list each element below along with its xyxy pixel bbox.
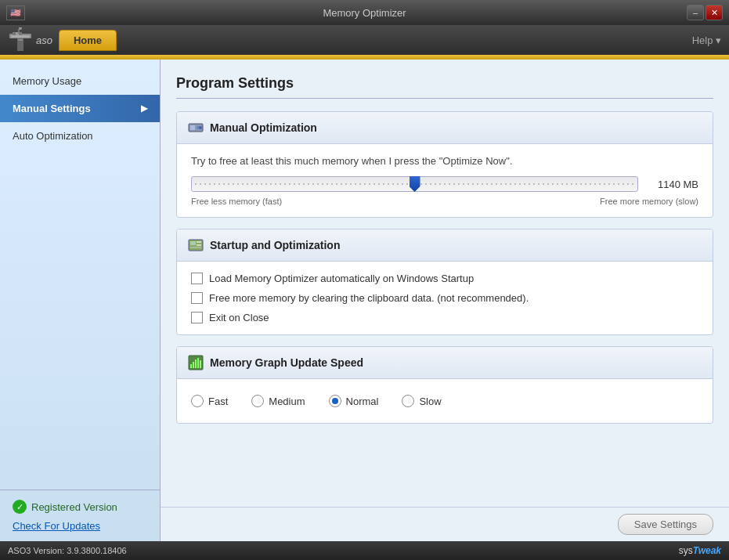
chevron-right-icon: ▶ <box>141 103 147 114</box>
app-title: Memory Optimizer <box>323 7 406 19</box>
svg-rect-14 <box>190 241 196 245</box>
home-tab[interactable]: Home <box>59 30 117 51</box>
radio-normal-button[interactable] <box>329 395 341 407</box>
graph-update-speed-title: Memory Graph Update Speed <box>210 356 363 369</box>
checkbox-free-clipboard-label: Free more memory by clearing the clipboa… <box>209 292 529 304</box>
title-bar: 🇺🇸 Memory Optimizer – ✕ <box>0 0 729 25</box>
svg-rect-8 <box>18 39 23 41</box>
graph-update-speed-section: Memory Graph Update Speed Fast Medium <box>176 346 713 424</box>
help-menu[interactable]: Help ▾ <box>692 34 721 46</box>
svg-point-12 <box>199 126 202 129</box>
checkbox-free-clipboard[interactable]: Free more memory by clearing the clipboa… <box>191 292 698 304</box>
manual-optimization-desc: Try to free at least this much memory wh… <box>191 155 698 167</box>
checkbox-free-clipboard-box[interactable] <box>191 292 203 304</box>
brand-label: sysTweak <box>679 545 721 556</box>
svg-rect-10 <box>190 125 195 130</box>
radio-row: Fast Medium Normal <box>191 390 698 412</box>
svg-rect-1 <box>11 35 30 38</box>
close-button[interactable]: ✕ <box>706 5 723 20</box>
sidebar-item-memory-usage[interactable]: Memory Usage <box>0 67 160 95</box>
svg-rect-16 <box>197 244 201 246</box>
svg-rect-20 <box>193 362 194 368</box>
right-panel: Program Settings Manual Optimization <box>161 60 729 541</box>
radio-slow-label: Slow <box>419 396 441 407</box>
slider-label-right: Free more memory (slow) <box>600 197 698 206</box>
svg-rect-19 <box>190 364 192 368</box>
content-area: Program Settings Manual Optimization <box>161 60 729 507</box>
startup-optimization-header: Startup and Optimization <box>177 229 713 262</box>
brand-tweak: Tweak <box>693 545 721 556</box>
radio-normal-label: Normal <box>346 396 379 407</box>
checkbox-load-startup-label: Load Memory Optimizer automatically on W… <box>209 273 474 284</box>
minimize-button[interactable]: – <box>687 5 704 20</box>
manual-optimization-body: Try to free at least this much memory wh… <box>177 144 713 217</box>
sidebar-item-manual-settings[interactable]: Manual Settings ▶ <box>0 95 160 122</box>
footer-bar: Save Settings <box>161 507 729 541</box>
slider-track[interactable] <box>191 176 638 192</box>
radio-normal[interactable]: Normal <box>329 395 379 407</box>
slider-row: 1140 MB <box>191 176 698 192</box>
checkbox-exit-close-box[interactable] <box>191 312 203 323</box>
slider-thumb[interactable] <box>410 176 420 192</box>
brand-sys: sys <box>679 545 693 556</box>
radio-fast-label: Fast <box>208 396 228 407</box>
svg-rect-21 <box>195 359 197 368</box>
registered-label: Registered Version <box>31 501 117 513</box>
app-logo: aso <box>8 27 52 52</box>
flag-icon[interactable]: 🇺🇸 <box>6 5 25 20</box>
status-bar: ASO3 Version: 3.9.3800.18406 sysTweak <box>0 541 729 560</box>
page-title: Program Settings <box>176 75 713 99</box>
slider-label-left: Free less memory (fast) <box>191 197 282 206</box>
svg-rect-23 <box>200 360 201 368</box>
startup-optimization-icon <box>188 237 204 253</box>
slider-value: 1140 MB <box>648 179 698 190</box>
radio-slow[interactable]: Slow <box>402 395 441 407</box>
slider-labels: Free less memory (fast) Free more memory… <box>191 197 698 206</box>
save-settings-button[interactable]: Save Settings <box>618 514 713 535</box>
check-updates-link[interactable]: Check For Updates <box>13 520 100 532</box>
memory-slider[interactable] <box>191 176 638 192</box>
checkbox-exit-close-label: Exit on Close <box>209 312 269 323</box>
graph-update-speed-body: Fast Medium Normal <box>177 379 713 423</box>
version-label: ASO3 Version: 3.9.3800.18406 <box>8 546 127 555</box>
svg-rect-15 <box>197 241 201 243</box>
startup-optimization-title: Startup and Optimization <box>210 239 340 251</box>
radio-medium-label: Medium <box>269 396 305 407</box>
sidebar-bottom: ✓ Registered Version Check For Updates <box>0 490 160 541</box>
checkbox-exit-close[interactable]: Exit on Close <box>191 312 698 323</box>
svg-rect-2 <box>13 32 16 35</box>
manual-optimization-header: Manual Optimization <box>177 112 713 144</box>
svg-rect-17 <box>190 247 201 248</box>
radio-medium-button[interactable] <box>251 395 264 407</box>
title-bar-left: 🇺🇸 <box>6 5 25 20</box>
startup-optimization-body: Load Memory Optimizer automatically on W… <box>177 262 713 334</box>
radio-medium[interactable]: Medium <box>251 395 305 407</box>
graph-update-speed-icon <box>188 355 204 370</box>
radio-fast[interactable]: Fast <box>191 395 228 407</box>
checkbox-load-startup-box[interactable] <box>191 273 203 284</box>
startup-optimization-section: Startup and Optimization Load Memory Opt… <box>176 229 713 335</box>
graph-update-speed-header: Memory Graph Update Speed <box>177 347 713 379</box>
svg-rect-22 <box>197 358 199 368</box>
checkbox-load-startup[interactable]: Load Memory Optimizer automatically on W… <box>191 273 698 284</box>
registered-icon: ✓ <box>13 500 27 514</box>
sidebar: Memory Usage Manual Settings ▶ Auto Opti… <box>0 60 161 541</box>
main-content: Memory Usage Manual Settings ▶ Auto Opti… <box>0 60 729 541</box>
radio-slow-button[interactable] <box>402 395 414 407</box>
registered-version: ✓ Registered Version <box>13 500 147 514</box>
nav-bar: aso Home Help ▾ <box>0 25 729 55</box>
window-controls: – ✕ <box>687 5 723 20</box>
radio-fast-button[interactable] <box>191 395 204 407</box>
manual-optimization-title: Manual Optimization <box>210 121 317 134</box>
app-logo-icon <box>8 27 33 52</box>
app-name: aso <box>36 34 52 46</box>
radio-normal-selected <box>332 398 338 404</box>
manual-optimization-section: Manual Optimization Try to free at least… <box>176 111 713 218</box>
manual-optimization-icon <box>188 120 204 135</box>
sidebar-item-auto-optimization[interactable]: Auto Optimization <box>0 122 160 150</box>
